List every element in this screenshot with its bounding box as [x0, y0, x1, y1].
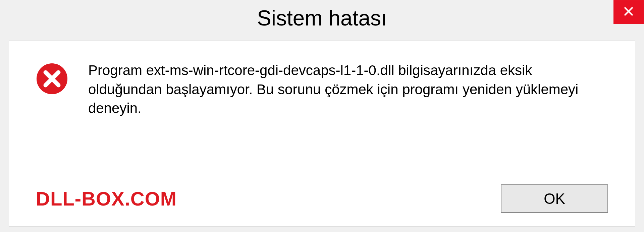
dialog-title: Sistem hatası: [227, 6, 387, 31]
error-message: Program ext-ms-win-rtcore-gdi-devcaps-l1…: [88, 61, 608, 118]
close-button[interactable]: [613, 0, 644, 24]
title-bar: Sistem hatası: [0, 0, 644, 36]
error-icon: [36, 63, 68, 95]
ok-button[interactable]: OK: [501, 184, 608, 213]
error-dialog: Sistem hatası Program ext-ms-win-rtcore-…: [0, 0, 644, 232]
close-icon: [623, 5, 635, 19]
footer-row: DLL-BOX.COM OK: [36, 184, 608, 213]
watermark-text: DLL-BOX.COM: [36, 187, 177, 210]
message-row: Program ext-ms-win-rtcore-gdi-devcaps-l1…: [36, 61, 608, 171]
content-area: Program ext-ms-win-rtcore-gdi-devcaps-l1…: [9, 41, 635, 227]
